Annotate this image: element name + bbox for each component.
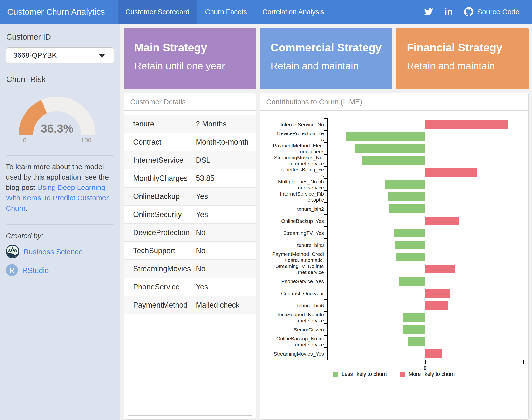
chart-category-label: Contract_One.year <box>265 287 324 299</box>
table-cell-key: OnlineSecurity <box>124 210 196 219</box>
table-row: InternetServiceDSL <box>124 151 256 169</box>
chart-row: MultipleLines_No.phone.service <box>265 179 523 191</box>
chart-rows: InternetService_NoDeviceProtection_YesPa… <box>265 118 523 360</box>
legend-item[interactable]: More likely to churn <box>400 371 455 377</box>
svg-text:R: R <box>9 266 14 274</box>
tab-correlation-analysis[interactable]: Correlation Analysis <box>255 0 332 24</box>
chart-row: SeniorCitizen <box>265 323 523 335</box>
table-cell-value: DSL <box>196 156 256 165</box>
chart-category-label: TechSupport_No.internet.service <box>265 311 324 323</box>
chart-bar <box>346 132 425 141</box>
table-cell-value: 53.85 <box>196 174 256 183</box>
chart-category-label: StreamingTV_No.internet.service <box>265 263 324 275</box>
nav-tabs: Customer ScorecardChurn FacetsCorrelatio… <box>118 0 332 24</box>
table-cell-value: 2 Months <box>196 120 256 128</box>
gauge-min-label: 0 <box>23 137 26 144</box>
github-icon <box>464 7 473 16</box>
axis-end-tick <box>327 360 327 364</box>
table-cell-value: Yes <box>196 210 256 219</box>
axis-tick-label: 0 <box>423 365 426 371</box>
strategy-subtitle: Retain until one year <box>134 60 256 72</box>
table-cell-key: OnlineBackup <box>124 192 196 201</box>
strategy-box: Main StrategyRetain until one year <box>124 29 256 89</box>
chart-row: InternetService_Fiber.optic <box>265 191 523 203</box>
chart-row: DeviceProtection_Yes <box>265 130 523 142</box>
business-science-link[interactable]: Business Science <box>24 248 83 256</box>
lime-chart-panel: Contributions to Churn (LIME) InternetSe… <box>260 93 529 420</box>
chart-category-label: SeniorCitizen <box>265 323 324 335</box>
rstudio-link[interactable]: RStudio <box>22 266 49 275</box>
chevron-down-icon <box>99 54 105 58</box>
legend-item[interactable]: Less likely to churn <box>333 371 387 377</box>
tab-customer-scorecard[interactable]: Customer Scorecard <box>118 0 197 24</box>
table-cell-value: No <box>196 246 256 255</box>
churn-risk-label: Churn Risk <box>6 75 114 84</box>
chart-bar <box>425 120 508 129</box>
table-row: MonthlyCharges53.85 <box>124 169 256 188</box>
legend-label: Less likely to churn <box>342 371 387 377</box>
x-axis-row: 0 <box>265 360 523 360</box>
strategy-box: Financial StrategyRetain and maintain <box>396 29 529 89</box>
strategy-title: Financial Strategy <box>407 41 529 54</box>
table-row: PaymentMethodMailed check <box>124 296 256 314</box>
chart-category-label: InternetService_Fiber.optic <box>265 191 324 203</box>
chart-bar <box>425 265 455 273</box>
tab-churn-facets[interactable]: Churn Facets <box>197 0 255 24</box>
table-cell-value: No <box>196 265 256 273</box>
legend-swatch <box>333 372 338 377</box>
table-bottom-divider <box>128 415 252 416</box>
chart-category-label: DeviceProtection_Yes <box>265 130 324 142</box>
chart-row: PaperlessBilling_Yes <box>265 166 523 179</box>
twitter-icon <box>424 7 433 16</box>
table-cell-key: Contract <box>124 138 196 147</box>
chart-row: Contract_One.year <box>265 287 523 299</box>
chart-row: StreamingTV_No.internet.service <box>265 263 523 275</box>
strategy-title: Commercial Strategy <box>271 41 392 54</box>
table-cell-value: Yes <box>196 192 256 201</box>
chart-category-label: PaymentMethod_Electronic.check <box>265 142 324 154</box>
lime-chart-title: Contributions to Churn (LIME) <box>260 93 528 111</box>
table-cell-key: PhoneService <box>124 283 196 291</box>
legend-swatch <box>400 372 406 377</box>
chart-bar <box>395 241 425 249</box>
chart-bar <box>425 168 477 177</box>
table-cell-key: PaymentMethod <box>124 301 196 309</box>
table-row: StreamingMoviesNo <box>124 260 256 278</box>
table-cell-key: InternetService <box>124 156 196 165</box>
chart-row: StreamingMovies_No.internet.service <box>265 154 523 166</box>
chart-category-label: tenure_bin6 <box>265 299 324 311</box>
chart-bar <box>403 313 425 322</box>
customer-details-panel: Customer Details tenure2 MonthsContractM… <box>124 93 256 420</box>
strategy-subtitle: Retain and maintain <box>271 60 392 72</box>
x-axis: 0 <box>327 360 523 360</box>
chart-category-label: tenure_bin2 <box>265 203 324 215</box>
chart-row: StreamingMovies_Yes <box>265 348 523 360</box>
chart-category-label: StreamingMovies_No.internet.service <box>265 154 324 166</box>
chart-bar <box>425 289 450 298</box>
lime-chart: InternetService_NoDeviceProtection_YesPa… <box>260 111 528 377</box>
chart-bar <box>399 277 425 285</box>
chart-bar <box>385 180 425 189</box>
strategy-box: Commercial StrategyRetain and maintain <box>260 29 392 89</box>
table-row: PhoneServiceYes <box>124 278 256 296</box>
chart-category-label: PaymentMethod_Credit.card..automatic. <box>265 251 324 263</box>
linkedin-icon: in <box>445 7 453 16</box>
business-science-logo <box>6 245 19 259</box>
gauge-max-label: 100 <box>81 137 91 144</box>
chart-bar <box>408 337 425 346</box>
table-cell-key: DeviceProtection <box>124 228 196 237</box>
customer-id-select[interactable]: 3668-QPYBK <box>6 47 114 63</box>
chart-bar <box>425 301 448 310</box>
navbar: Customer Churn Analytics Customer Scorec… <box>0 0 532 24</box>
chart-row: PaymentMethod_Electronic.check <box>265 142 523 154</box>
legend-label: More likely to churn <box>409 371 455 377</box>
table-cell-key: TechSupport <box>124 246 196 255</box>
linkedin-link[interactable]: in <box>445 7 453 16</box>
source-code-link[interactable]: Source Code <box>464 7 519 16</box>
twitter-link[interactable] <box>424 7 433 16</box>
credit-business-science: Business Science <box>6 245 114 259</box>
gauge-value: 36.3% <box>19 122 96 135</box>
chart-bar <box>389 204 425 213</box>
chart-bar <box>404 325 425 334</box>
table-cell-value: Yes <box>196 283 256 291</box>
